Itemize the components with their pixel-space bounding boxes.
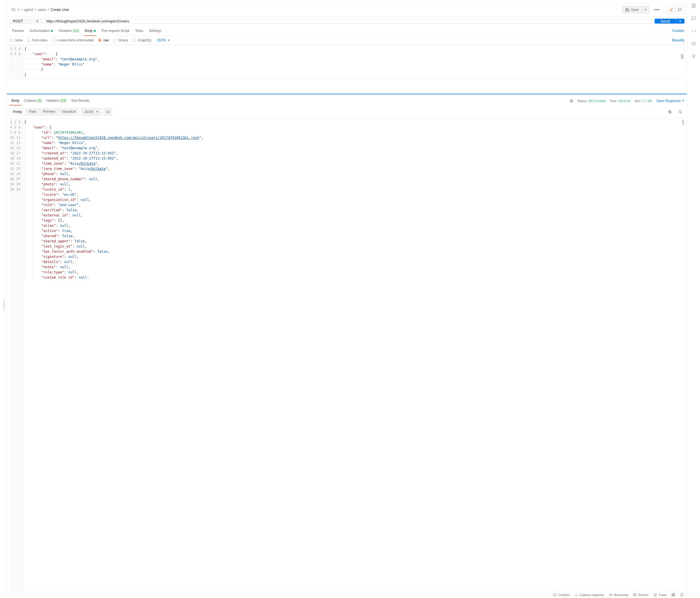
tab-ghost[interactable] [7, 0, 21, 3]
view-pretty[interactable]: Pretty [9, 108, 26, 116]
breadcrumb-seg[interactable]: api/v2 [24, 8, 33, 12]
footer-trash[interactable]: Trash [653, 593, 667, 597]
rail-comments[interactable] [691, 16, 696, 21]
svg-rect-15 [672, 595, 673, 596]
graduation-icon [609, 593, 612, 597]
chevron-down-icon: ▼ [644, 8, 647, 11]
tab-prerequest[interactable]: Pre-request Script [99, 26, 132, 35]
tab-headers[interactable]: Headers (12) [56, 26, 82, 35]
radio-icon [132, 39, 136, 42]
body-type-graphql[interactable]: GraphQL [132, 38, 152, 42]
tab-body[interactable]: Body [82, 26, 99, 35]
view-preview[interactable]: Preview [40, 108, 59, 116]
footer-runner[interactable]: Runner [633, 593, 649, 597]
copy-icon [668, 110, 672, 114]
save-dropdown-button[interactable]: ▼ [642, 6, 649, 14]
pencil-icon [669, 8, 673, 12]
rail-docs[interactable] [691, 3, 696, 8]
radio-icon [114, 39, 117, 42]
tab-ghost[interactable] [153, 0, 239, 3]
wrap-icon [106, 110, 110, 114]
rail-info[interactable] [691, 41, 696, 46]
breadcrumb-current: Create User [51, 8, 69, 12]
body-type-raw[interactable]: raw [98, 38, 109, 42]
editor-code[interactable]: { "user": { "id": 10174741001361, "url":… [23, 118, 684, 591]
resp-tab-headers[interactable]: Headers (23) [44, 96, 69, 105]
footer-capture[interactable]: Capture requests [574, 593, 604, 597]
chevron-down-icon: ▼ [168, 39, 170, 42]
tab-ghost[interactable] [133, 0, 153, 3]
tab-ghost[interactable] [21, 0, 133, 3]
cookie-icon [553, 593, 557, 597]
save-response-button[interactable]: Save Response ▼ [656, 99, 684, 103]
radio-icon [52, 39, 55, 42]
scrollbar-thumb[interactable] [681, 54, 684, 59]
svg-point-9 [576, 595, 576, 595]
tab-authorization[interactable]: Authorization [27, 26, 56, 35]
request-body-editor[interactable]: 1 2 3 4 5 6 { ····"user":····{ ········"… [9, 45, 684, 78]
tab-tests[interactable]: Tests [132, 26, 146, 35]
build-mode-toggle[interactable] [667, 6, 676, 14]
search-icon [678, 110, 682, 114]
editor-code[interactable]: { ····"user":····{ ········"email": "tes… [23, 45, 684, 78]
send-button[interactable]: Send [655, 19, 676, 24]
search-response-button[interactable] [676, 108, 684, 116]
editor-gutter: 1 2 3 4 5 6 7 8 9 10 11 12 13 14 15 16 1… [9, 118, 23, 591]
comment-icon [691, 16, 696, 21]
chevron-down-icon: ▼ [96, 111, 98, 113]
svg-point-6 [554, 594, 554, 595]
cookies-link[interactable]: Cookies [672, 29, 684, 33]
sidebar-collapse-handle[interactable] [3, 299, 5, 311]
chevron-down-icon: ▼ [36, 20, 39, 23]
chevron-down-icon[interactable]: ▼ [17, 8, 20, 11]
http-method-select[interactable]: POST ▼ [9, 19, 43, 24]
status-label: Status: 201 Created [578, 99, 606, 103]
tab-settings[interactable]: Settings [146, 26, 164, 35]
svg-rect-16 [674, 595, 675, 596]
beautify-link[interactable]: Beautify [672, 38, 684, 42]
copy-response-button[interactable] [666, 108, 674, 116]
help-icon [680, 593, 684, 597]
comment-mode-toggle[interactable] [676, 6, 684, 14]
rail-code[interactable] [691, 29, 696, 33]
scrollbar-thumb[interactable] [682, 120, 684, 125]
footer-bootcamp[interactable]: Bootcamp [609, 593, 628, 597]
play-icon [633, 593, 637, 597]
resp-tab-body[interactable]: Body [9, 96, 22, 105]
breadcrumb-sep: / [48, 8, 49, 12]
footer-help[interactable] [680, 593, 684, 597]
svg-rect-14 [674, 593, 675, 595]
footer-cookies[interactable]: Cookies [553, 593, 570, 597]
request-url-input[interactable]: https://thoughtspot2428.zendesk.com/api/… [43, 19, 652, 24]
http-method-label: POST [13, 19, 23, 23]
time-label: Time: 1013 ms [609, 99, 630, 103]
globe-icon[interactable] [570, 99, 574, 103]
body-type-none[interactable]: none [10, 38, 23, 42]
wrap-lines-button[interactable] [103, 108, 112, 116]
body-lang-select[interactable]: JSON▼ [157, 38, 170, 42]
chevron-down-icon: ▼ [682, 99, 684, 102]
resp-tab-testresults[interactable]: Test Results [69, 96, 92, 105]
svg-line-4 [681, 113, 682, 113]
body-type-xwww[interactable]: x-www-form-urlencoded [52, 38, 93, 42]
breadcrumb-seg[interactable]: users [38, 8, 46, 12]
svg-point-23 [693, 43, 694, 43]
drag-handle-icon[interactable]: ⋮⋮ [1, 11, 7, 15]
comment-icon [678, 8, 682, 12]
body-type-formdata[interactable]: form-data [27, 38, 47, 42]
view-raw[interactable]: Raw [26, 108, 40, 116]
trash-icon [653, 593, 657, 597]
save-button[interactable]: Save [622, 6, 642, 14]
body-type-binary[interactable]: binary [114, 38, 128, 42]
footer-panes[interactable] [671, 593, 675, 597]
rail-lightbulb[interactable] [691, 54, 696, 58]
code-icon [691, 29, 696, 33]
response-body-editor[interactable]: 1 2 3 4 5 6 7 8 9 10 11 12 13 14 15 16 1… [9, 118, 684, 591]
more-actions-button[interactable]: ••• [652, 7, 662, 13]
chevron-down-icon: ▼ [679, 20, 682, 23]
view-visualize[interactable]: Visualize [59, 108, 79, 116]
send-dropdown-button[interactable]: ▼ [676, 19, 684, 24]
response-lang-select[interactable]: JSON▼ [81, 108, 101, 116]
resp-tab-cookies[interactable]: Cookies (3) [22, 96, 44, 105]
tab-params[interactable]: Params [9, 26, 27, 35]
